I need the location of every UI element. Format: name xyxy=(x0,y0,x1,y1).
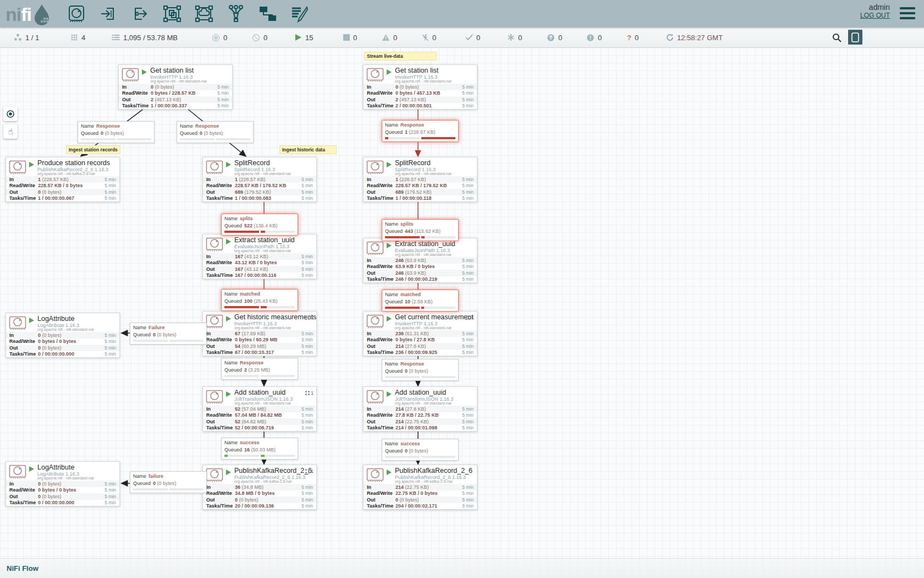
backpressure-fill xyxy=(224,306,259,308)
connection-label-response-mid-2[interactable]: NameResponseQueued2 (3.25 MB) xyxy=(221,358,298,380)
connection-label-success-right[interactable]: NamesuccessQueued0 (0 bytes) xyxy=(382,439,459,461)
stat-label: Tasks/Time xyxy=(206,195,235,201)
processor-add-station-uuid-right[interactable]: Add station_uuidJoltTransformJSON 1.16.3… xyxy=(363,386,477,432)
processor-add-station-uuid-mid[interactable]: Add station_uuidJoltTransformJSON 1.16.3… xyxy=(202,386,317,432)
operate-palette-button[interactable]: ☝ xyxy=(3,124,18,139)
queued-size: (0 bytes) xyxy=(103,130,124,136)
stat-value: 228.57 KB / 179.52 KB xyxy=(235,183,287,188)
template-icon[interactable] xyxy=(258,4,277,24)
processor-get-historic-measurements[interactable]: Get historic measurementsInvokeHTTP 1.16… xyxy=(202,311,317,356)
running-status-icon xyxy=(387,470,392,475)
remote-process-group-icon[interactable] xyxy=(195,4,213,24)
processor-publishkafka-right[interactable]: PublishKafkaRecord_2_6PublishKafkaRecord… xyxy=(363,465,477,510)
stat-window: 5 min xyxy=(105,500,116,505)
stat-value: 52 (57.04 MB) xyxy=(235,406,266,412)
processor-logattribute-bottom[interactable]: LogAttributeLogAttribute 1.16.3org.apach… xyxy=(6,461,120,506)
settings-panel-button[interactable] xyxy=(848,30,862,45)
stat-value: 1 / 00:00:00.083 xyxy=(235,195,271,201)
backpressure-fill xyxy=(421,137,456,139)
last-refresh-time: 12:58:27 GMT xyxy=(677,34,723,42)
stat-window: 5 min xyxy=(301,497,313,503)
connection-name-row: Namematched xyxy=(385,292,455,299)
stat-value: 1 / 00:00:00.067 xyxy=(38,195,74,201)
processor-get-station-list-left[interactable]: Get station listInvokeHTTP 1.16.3org.apa… xyxy=(118,64,233,110)
connection-label-response-left-1[interactable]: NameResponseQueued0 (0 bytes) xyxy=(78,121,155,143)
stat-label: Read/Write xyxy=(206,412,235,418)
stat-row-in: In0 (0 bytes)5 min xyxy=(6,481,119,487)
stat-window: 5 min xyxy=(217,90,229,96)
connection-label-matched-mid[interactable]: NamematchedQueued100 (25.43 KB) xyxy=(221,289,298,311)
connection-label-matched-right[interactable]: NamematchedQueued10 (2.59 KB) xyxy=(382,290,459,312)
backpressure-fill xyxy=(421,236,425,238)
backpressure-track xyxy=(261,455,295,457)
connection-label-failure-bottom[interactable]: NamefailureQueued0 (0 bytes) xyxy=(130,471,207,493)
stat-row-read_write: Read/Write0 bytes / 457.13 KB5 min xyxy=(364,90,477,97)
stat-window: 5 min xyxy=(462,425,474,430)
stat-row-read_write: Read/Write22.75 KB / 0 bytes5 min xyxy=(364,490,477,497)
stat-window: 5 min xyxy=(462,503,474,509)
connection-name-row: Namematched xyxy=(224,291,295,298)
processor-bundle: org.apache.nifi - nifi-standard-nar xyxy=(37,476,94,480)
processor-splitrecord-right[interactable]: SplitRecordSplitRecord 1.16.3org.apache.… xyxy=(363,157,477,202)
processor-produce-station-records[interactable]: Produce station recordsPublishKafkaRecor… xyxy=(6,157,120,202)
refresh-icon[interactable] xyxy=(666,34,674,41)
stat-row-in: In0 (0 bytes)5 min xyxy=(119,84,232,90)
backpressure-bars xyxy=(180,138,250,140)
processor-name: PublishKafkaRecord_2_6 xyxy=(234,467,312,475)
label-ingest-station-records[interactable]: Ingest station records xyxy=(66,145,120,154)
backpressure-track xyxy=(133,340,168,342)
connection-label-response-right-top[interactable]: NameResponseQueued1 (228.57 KB) xyxy=(382,120,459,142)
processor-extract-station-uuid-right[interactable]: Extract station_uuidEvaluateJsonPath 1.1… xyxy=(363,238,477,283)
stat-window: 5 min xyxy=(301,260,313,265)
process-group-icon[interactable] xyxy=(163,4,182,24)
stat-label: In xyxy=(206,177,235,182)
connection-name-row: Namesplits xyxy=(224,216,295,223)
processor-icon[interactable] xyxy=(67,4,86,24)
invalid-icon xyxy=(382,34,390,41)
stat-row-in: In167 (43.12 KB)5 min xyxy=(203,253,316,260)
connection-label-splits-mid[interactable]: NamesplitsQueued522 (136.4 KB) xyxy=(221,214,298,236)
connection-label-response-left-2[interactable]: NameResponseQueued0 (0 bytes) xyxy=(177,121,254,143)
processor-type-icon xyxy=(366,390,384,406)
label-ingest-historic-data[interactable]: Ingest historic data xyxy=(279,145,337,154)
stat-window: 5 min xyxy=(105,183,116,188)
connection-label-failure-top[interactable]: NameFailureQueued0 (0 bytes) xyxy=(130,323,207,345)
processor-logattribute-top[interactable]: LogAttributeLogAttribute 1.16.3org.apach… xyxy=(6,313,120,358)
stat-window: 5 min xyxy=(462,343,474,349)
queued-row: Queued100 (25.43 KB) xyxy=(224,298,295,306)
label-icon[interactable] xyxy=(290,4,309,24)
processor-get-station-list-right[interactable]: Get station listInvokeHTTP 1.16.3org.apa… xyxy=(363,64,477,110)
input-port-icon[interactable] xyxy=(99,4,118,24)
stat-label: Out xyxy=(367,189,395,195)
running-status-icon xyxy=(226,239,231,244)
processor-publishkafka-mid[interactable]: PublishKafkaRecord_2_6PublishKafkaRecord… xyxy=(202,465,317,510)
queued-row: Queued0 (0 bytes) xyxy=(81,130,151,138)
processor-header: Add station_uuidJoltTransformJSON 1.16.3… xyxy=(203,387,316,406)
global-menu-button[interactable] xyxy=(900,7,915,22)
connection-name-row: Namesuccess xyxy=(385,441,455,448)
processor-extract-station-uuid-mid[interactable]: Extract station_uuidEvaluateJsonPath 1.1… xyxy=(202,234,317,279)
logout-link[interactable]: LOG OUT xyxy=(860,12,890,19)
queued-size: (136.4 KB) xyxy=(252,223,278,228)
processor-splitrecord-mid[interactable]: SplitRecordSplitRecord 1.16.3org.apache.… xyxy=(202,157,317,202)
connection-label-success-mid[interactable]: NamesuccessQueued16 (50.03 MB) xyxy=(221,438,298,460)
search-button[interactable] xyxy=(829,31,844,44)
connection-label-response-right-2[interactable]: NameResponseQueued0 (0 bytes) xyxy=(382,359,459,381)
processor-name: Add station_uuid xyxy=(234,389,285,396)
stat-row-in: In236 (61.31 KB)5 min xyxy=(364,330,477,337)
processor-get-current-measurement[interactable]: Get current measurementInvokeHTTP 1.16.3… xyxy=(363,311,477,356)
breadcrumb-nifi-flow[interactable]: NiFi Flow xyxy=(7,564,38,572)
stat-label: Read/Write xyxy=(206,260,235,265)
connection-label-splits-right[interactable]: NamesplitsQueued443 (115.62 KB) xyxy=(382,219,459,241)
label-stream-live-data[interactable]: Stream live-data xyxy=(364,52,437,61)
backpressure-track xyxy=(385,307,420,309)
navigate-palette-button[interactable] xyxy=(3,107,18,121)
stat-label: In xyxy=(367,406,395,412)
stat-row-out: Out2 (457.13 KB)5 min xyxy=(119,96,232,103)
stat-window: 5 min xyxy=(105,345,116,351)
output-port-icon[interactable] xyxy=(131,4,150,24)
funnel-icon[interactable] xyxy=(227,4,245,24)
stat-label: Read/Write xyxy=(367,183,395,188)
backpressure-fill xyxy=(261,455,265,457)
stat-window: 5 min xyxy=(301,350,313,355)
